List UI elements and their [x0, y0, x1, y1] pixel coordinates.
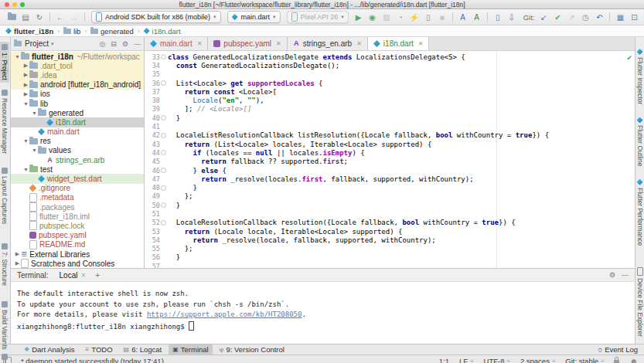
tool-window-button-dart-analysis[interactable]: ❖Dart Analysis — [20, 344, 79, 355]
tree-item[interactable]: flutter_i18n.iml — [11, 212, 144, 221]
hide-panel-icon[interactable]: — — [134, 40, 141, 48]
settings-gear-icon[interactable]: ⚙ — [122, 40, 128, 48]
stripe-item-device-file-explorer[interactable]: Device File Explorer — [635, 265, 644, 339]
terminal-settings-gear-icon[interactable]: ⚙ — [609, 271, 615, 279]
layout-inspector-icon[interactable]: ▯ — [422, 11, 434, 23]
editor-tab-strings-en-arb[interactable]: Astrings_en.arb✕ — [288, 37, 368, 50]
breadcrumb-item[interactable]: lib — [63, 27, 81, 36]
tree-item[interactable]: pubspec.lock — [11, 221, 144, 230]
forward-icon[interactable]: → — [68, 11, 80, 23]
close-icon[interactable]: ✕ — [80, 272, 86, 279]
device-explorer-icon[interactable]: ▯ — [492, 11, 504, 23]
tree-item[interactable]: ▶.dart_tool — [11, 61, 144, 70]
terminal-output[interactable]: The default interactive shell is now zsh… — [11, 282, 635, 344]
stripe-item-flutter-outline[interactable]: Flutter Outline — [635, 114, 644, 168]
tree-item[interactable]: ▶≣External Libraries — [11, 249, 144, 259]
tool-window-button-todo[interactable]: ≡TODO — [82, 344, 117, 355]
target-selector[interactable]: Pixel API 26▾ — [287, 11, 349, 23]
tree-item[interactable]: ▶.idea — [11, 70, 144, 80]
tree-item[interactable]: Astrings_en.arb — [11, 155, 144, 165]
sync-icon[interactable]: ↻ — [33, 11, 46, 23]
breadcrumb-item[interactable]: i18n.dart — [144, 27, 181, 36]
editor-tab-main-dart[interactable]: main.dart✕ — [145, 37, 208, 50]
close-icon[interactable]: ✕ — [418, 40, 424, 47]
run-config-selector[interactable]: main.dart▾ — [227, 11, 281, 23]
locate-file-icon[interactable]: ◎ — [99, 40, 105, 48]
editor-tab-i18n-dart[interactable]: i18n.dart✕ — [368, 37, 430, 50]
code-editor[interactable]: 33class GeneratedLocalizationsDelegate e… — [145, 51, 635, 268]
git-history-icon[interactable]: ◷ — [579, 11, 591, 23]
coverage-icon[interactable]: ▧ — [380, 11, 393, 23]
tree-item[interactable]: ▼lib — [11, 99, 144, 108]
tree-item[interactable]: main.dart — [11, 127, 144, 137]
tree-item[interactable]: ▼res — [11, 137, 144, 146]
tree-item[interactable]: pubspec.yaml — [11, 231, 144, 240]
tool-window-button-6-logcat[interactable]: ▤6: Logcat — [120, 344, 166, 355]
breadcrumb-item[interactable]: generated — [90, 27, 134, 36]
status-widget-git-stable[interactable]: Git: stable÷ — [565, 357, 604, 363]
git-push-icon[interactable]: ↗ — [565, 11, 578, 23]
stripe-item-resource-manager[interactable]: Resource Manager — [0, 87, 9, 156]
status-widget-utf-8[interactable]: UTF-8÷ — [484, 357, 510, 363]
tree-item[interactable]: .packages — [11, 202, 144, 212]
attach-debugger-icon[interactable]: A — [457, 11, 469, 23]
tree-item[interactable]: ▼generated — [11, 108, 144, 117]
status-widget-lf[interactable]: LF÷ — [459, 357, 473, 363]
tree-item[interactable]: ▶Scratches and Consoles — [11, 259, 144, 268]
status-widget-1-1[interactable]: 1:1 — [439, 357, 449, 363]
save-icon[interactable]: ▤ — [19, 11, 32, 23]
tool-window-toggle-icon[interactable] — [3, 357, 12, 363]
git-commit-icon[interactable]: ✔ — [551, 11, 564, 23]
terminal-hide-icon[interactable]: — — [622, 271, 629, 279]
stop-icon[interactable]: ■ — [436, 11, 448, 23]
chevron-right-icon: ▶ — [14, 260, 21, 266]
back-icon[interactable]: ← — [54, 11, 66, 23]
stripe-item-flutter-inspector[interactable]: Flutter Inspector — [635, 46, 644, 107]
status-widget-2-spaces[interactable]: 2 spaces÷ — [520, 357, 555, 363]
close-icon[interactable]: ✕ — [276, 40, 281, 47]
tree-item[interactable]: ▶android [flutter_i18n_android] — [11, 80, 144, 90]
new-terminal-session-button[interactable]: + — [95, 271, 100, 280]
tree-item[interactable]: .metadata — [11, 193, 144, 202]
git-update-icon[interactable]: ↙ — [537, 11, 550, 23]
tree-item[interactable]: ▼flutter_i18n~/Flutter/workspac — [11, 52, 144, 61]
terminal-tab-local[interactable]: Local ✕ — [56, 271, 90, 280]
editor-tab-pubspec-yaml[interactable]: pubspec.yaml✕ — [208, 37, 287, 50]
highlighting-level-icon[interactable]: ☻ — [629, 357, 638, 363]
tool-window-button-terminal[interactable]: ▣Terminal — [169, 344, 212, 355]
close-icon[interactable]: ✕ — [356, 40, 362, 47]
tree-item[interactable]: ▶ios — [11, 90, 144, 99]
breadcrumb-label: flutter_i18n — [14, 27, 53, 36]
sdk-manager-icon[interactable]: ⊡ — [628, 11, 640, 23]
tree-item[interactable]: widget_test.dart — [11, 174, 144, 183]
breadcrumb-item[interactable]: flutter_i18n — [5, 27, 53, 36]
event-log-button[interactable]: ○ Event Log — [598, 345, 638, 354]
terminal-link[interactable]: https://support.apple.com/kb/HT208050 — [147, 310, 302, 318]
tree-item[interactable]: ▼test — [11, 165, 144, 174]
stripe-item-7-structure[interactable]: 7: Structure — [0, 241, 9, 288]
attach-flutter-debugger-icon[interactable]: A — [471, 11, 483, 23]
stripe-item-1-project[interactable]: 1: Project — [0, 42, 9, 83]
collapse-all-icon[interactable]: ⊟ — [111, 40, 117, 48]
tree-item[interactable]: README.md — [11, 240, 144, 249]
tree-item[interactable]: .gitignore — [11, 184, 144, 193]
open-icon[interactable] — [5, 11, 18, 23]
close-icon[interactable]: ✕ — [197, 40, 203, 47]
stripe-item-build-variants[interactable]: Build Variants — [0, 299, 9, 352]
stripe-item-flutter-performance[interactable]: Flutter Performance — [635, 177, 644, 248]
tree-item[interactable]: ▼values — [11, 146, 144, 155]
run-icon[interactable]: ▶ — [353, 11, 365, 23]
debug-icon[interactable]: ◉ — [366, 11, 379, 23]
lock-icon[interactable] — [614, 360, 619, 363]
device-selector[interactable]: Android SDK built for x86 (mobile)▾ — [91, 11, 221, 23]
sync-project-icon[interactable]: ⇩ — [506, 11, 518, 23]
git-rollback-icon[interactable]: ↶ — [593, 11, 605, 23]
chevron-down-icon[interactable]: ▾ — [51, 41, 54, 47]
profiler-icon[interactable]: ◔ — [394, 11, 407, 23]
stripe-item-layout-captures[interactable]: Layout Captures — [0, 165, 9, 226]
tree-item[interactable]: i18n.dart — [11, 117, 144, 127]
project-structure-icon[interactable]: ▦ — [614, 11, 626, 23]
apply-changes-icon[interactable]: ⚡ — [408, 11, 421, 23]
tool-window-button-9-version-control[interactable]: ψ9: Version Control — [216, 344, 288, 355]
stripe-item-label: 7: Structure — [1, 252, 9, 286]
